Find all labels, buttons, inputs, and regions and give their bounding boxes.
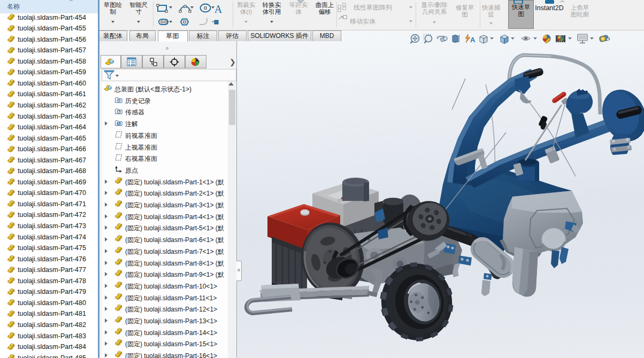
svg-text:A: A: [470, 36, 476, 44]
svg-text:A: A: [214, 3, 223, 15]
svg-text:A: A: [118, 122, 120, 126]
